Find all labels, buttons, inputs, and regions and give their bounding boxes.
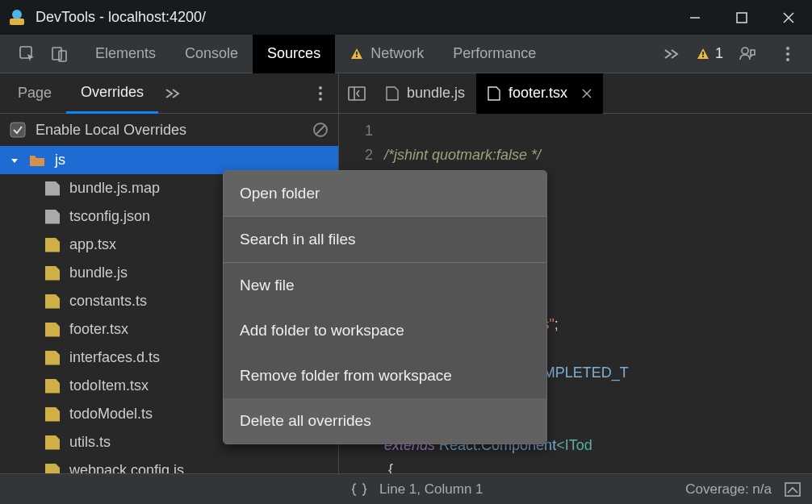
svg-rect-7	[52, 48, 61, 60]
show-console-icon[interactable]	[785, 482, 801, 497]
inspect-element-icon[interactable]	[11, 35, 44, 73]
warning-icon	[349, 47, 364, 61]
file-icon	[488, 86, 500, 101]
tree-file-label: tsconfig.json	[69, 208, 150, 225]
menu-delete-all-overrides[interactable]: Delete all overrides	[224, 398, 546, 444]
tree-file-label: todoModel.ts	[69, 406, 153, 423]
svg-rect-1	[10, 19, 24, 25]
titlebar: DevTools - localhost:4200/	[0, 0, 812, 35]
menu-search-all-files[interactable]: Search in all files	[224, 217, 546, 262]
editor-tab-bundle-js[interactable]: bundle.js	[375, 73, 476, 114]
svg-point-16	[786, 58, 789, 61]
sidebar-tab-page[interactable]: Page	[3, 73, 66, 114]
file-icon	[45, 238, 60, 252]
file-icon	[45, 351, 60, 365]
svg-point-17	[319, 86, 322, 90]
tree-file-label: webpack.config.js	[69, 462, 184, 473]
svg-line-22	[316, 125, 325, 135]
window-title: DevTools - localhost:4200/	[36, 9, 206, 26]
context-menu: Open folder Search in all files New file…	[223, 170, 547, 444]
cursor-position: Line 1, Column 1	[379, 481, 483, 498]
more-tabs-icon[interactable]	[655, 35, 688, 73]
menu-open-folder[interactable]: Open folder	[224, 171, 546, 216]
tree-file-label: bundle.js.map	[69, 180, 160, 197]
file-icon	[45, 210, 60, 224]
tree-file-label: constants.ts	[69, 293, 147, 310]
svg-rect-3	[737, 13, 747, 23]
svg-point-14	[786, 47, 789, 50]
warning-icon	[696, 47, 710, 61]
svg-rect-9	[356, 52, 358, 55]
svg-rect-12	[702, 56, 704, 57]
braces-icon[interactable]	[350, 482, 368, 497]
tree-file[interactable]: webpack.config.js	[0, 456, 338, 473]
panel-tabs: Elements Console Sources Network Perform…	[0, 35, 812, 73]
window-minimize-button[interactable]	[672, 0, 718, 35]
file-icon	[45, 407, 60, 422]
device-toolbar-icon[interactable]	[44, 35, 76, 73]
tab-network[interactable]: Network	[335, 35, 438, 73]
menu-new-file[interactable]: New file	[224, 263, 546, 308]
menu-remove-folder-workspace[interactable]: Remove folder from workspace	[224, 353, 546, 398]
tree-file-label: interfaces.d.ts	[69, 349, 160, 366]
clear-overrides-icon[interactable]	[312, 122, 329, 138]
tree-file-label: app.tsx	[69, 236, 116, 253]
folder-icon	[29, 154, 45, 167]
tree-file-label: todoItem.tsx	[69, 377, 149, 394]
more-sidebar-tabs-icon[interactable]	[158, 73, 187, 114]
svg-point-18	[319, 92, 322, 95]
svg-point-13	[742, 48, 748, 54]
tab-console[interactable]: Console	[170, 35, 253, 73]
svg-point-0	[12, 10, 22, 19]
window-maximize-button[interactable]	[718, 0, 765, 35]
tree-file-label: bundle.js	[69, 264, 128, 281]
window-close-button[interactable]	[765, 0, 812, 35]
toggle-navigator-icon[interactable]	[339, 73, 375, 114]
svg-rect-11	[702, 52, 704, 55]
tab-sources[interactable]: Sources	[253, 35, 335, 73]
file-icon	[45, 379, 60, 394]
file-icon	[386, 86, 399, 101]
enable-overrides-label: Enable Local Overrides	[36, 122, 186, 139]
svg-rect-10	[356, 56, 358, 57]
sidebar-tab-overrides[interactable]: Overrides	[66, 73, 158, 114]
svg-rect-27	[785, 483, 800, 496]
statusbar: Line 1, Column 1 Coverage: n/a	[0, 473, 812, 504]
coverage-label: Coverage: n/a	[685, 481, 772, 498]
tree-file-label: utils.ts	[69, 434, 111, 451]
file-icon	[45, 266, 60, 281]
settings-kebab-icon[interactable]	[772, 35, 804, 73]
file-icon	[45, 323, 60, 337]
checkbox-checked-icon[interactable]	[10, 122, 26, 138]
file-icon	[45, 294, 60, 309]
svg-point-15	[786, 52, 789, 56]
svg-rect-20	[10, 123, 25, 137]
tree-file-label: footer.tsx	[69, 321, 128, 338]
sidebar-kebab-icon[interactable]	[306, 73, 335, 114]
file-icon	[45, 435, 60, 450]
menu-add-folder-workspace[interactable]: Add folder to workspace	[224, 308, 546, 353]
tab-elements[interactable]: Elements	[81, 35, 170, 73]
close-tab-icon[interactable]	[582, 89, 592, 98]
editor-tab-footer-tsx[interactable]: footer.tsx	[476, 73, 603, 114]
chevron-down-icon	[10, 156, 19, 165]
file-icon	[45, 181, 60, 196]
issues-warning-badge[interactable]: 1	[696, 45, 723, 62]
file-icon	[45, 464, 60, 474]
svg-point-19	[319, 98, 322, 101]
feedback-icon[interactable]	[731, 35, 764, 73]
devtools-logo-icon	[8, 9, 26, 27]
tab-performance[interactable]: Performance	[438, 35, 550, 73]
